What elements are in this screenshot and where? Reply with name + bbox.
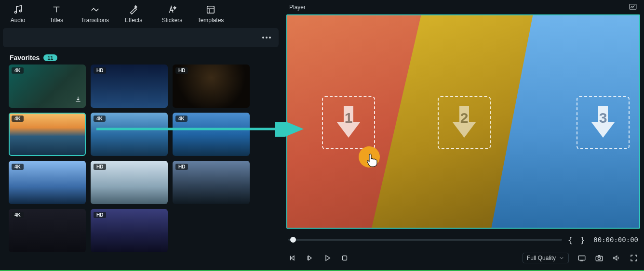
tool-label: Transitions — [81, 17, 109, 24]
music-note-icon — [13, 4, 23, 15]
tool-label: Titles — [50, 17, 63, 24]
playback-quality-select[interactable]: Full Quality — [523, 253, 569, 263]
tool-effects[interactable]: Effects — [119, 4, 148, 24]
tool-stickers[interactable]: Stickers — [157, 4, 187, 24]
drop-zone-number: 2 — [447, 110, 481, 126]
media-thumb[interactable]: HD — [91, 161, 168, 204]
more-options-icon[interactable] — [262, 37, 272, 39]
player-header: Player — [286, 0, 640, 14]
quality-badge: 4K — [175, 116, 188, 122]
templates-icon — [205, 4, 216, 15]
marker-out-brace[interactable]: } — [578, 235, 587, 245]
stats-icon[interactable] — [629, 2, 637, 13]
quality-label: Full Quality — [527, 255, 556, 261]
text-icon — [51, 4, 62, 15]
player-controls: Full Quality — [286, 248, 640, 267]
panel-sub-bar — [3, 28, 279, 47]
media-thumb[interactable]: 4K — [91, 113, 168, 156]
tool-label: Stickers — [162, 17, 183, 24]
media-thumb[interactable]: 4K — [9, 65, 86, 108]
player-title: Player — [289, 4, 306, 11]
player-preview[interactable]: 1 2 3 — [286, 14, 640, 229]
media-thumb[interactable]: 4K — [9, 113, 86, 156]
play-in-button[interactable] — [306, 254, 314, 262]
play-button[interactable] — [323, 254, 332, 262]
media-thumb[interactable]: HD — [91, 65, 168, 108]
tool-transitions[interactable]: Transitions — [80, 4, 110, 24]
tool-label: Effects — [125, 17, 142, 24]
favorites-count-badge: 11 — [43, 54, 57, 61]
svg-rect-3 — [630, 4, 636, 9]
drop-zone-number: 3 — [586, 110, 620, 126]
section-title: Favorites — [10, 54, 40, 62]
tool-audio[interactable]: Audio — [3, 4, 33, 24]
media-thumb[interactable]: 4K — [9, 161, 86, 204]
seek-knob[interactable] — [290, 237, 296, 243]
drop-zone-3[interactable]: 3 — [577, 96, 630, 149]
top-toolbar: Audio Titles Transitions Effects Sticker… — [0, 0, 282, 26]
transitions-icon — [90, 4, 100, 15]
stop-button[interactable] — [340, 254, 349, 262]
timecode-display: 00:00:00:00 — [590, 236, 638, 244]
drop-zone-1[interactable]: 1 — [322, 96, 375, 149]
quality-badge: 4K — [12, 67, 24, 74]
media-thumb[interactable]: HD — [173, 161, 250, 204]
quality-badge: 4K — [94, 116, 106, 122]
quality-badge: HD — [175, 164, 188, 170]
seek-bar-row: { } 00:00:00:00 — [286, 229, 640, 248]
favorites-section-header: Favorites 11 — [0, 47, 282, 64]
media-thumb[interactable]: HD — [91, 209, 168, 252]
media-grid: 4K HD HD 4K 4K 4K 4K HD — [0, 64, 282, 258]
tool-label: Templates — [198, 17, 224, 24]
svg-rect-5 — [578, 256, 585, 260]
drop-zone-2[interactable]: 2 — [438, 96, 491, 149]
svg-rect-4 — [343, 256, 347, 260]
chevron-down-icon — [559, 255, 564, 261]
marker-in-brace[interactable]: { — [566, 235, 575, 245]
quality-badge: HD — [94, 212, 106, 218]
display-mode-button[interactable] — [577, 254, 586, 262]
media-thumb[interactable]: 4K — [9, 209, 86, 252]
svg-rect-2 — [207, 6, 215, 13]
quality-badge: HD — [175, 67, 188, 74]
seek-slider[interactable] — [288, 239, 562, 241]
prev-frame-button[interactable] — [288, 254, 297, 262]
wand-icon — [128, 4, 139, 15]
media-thumb[interactable]: HD — [173, 65, 250, 108]
quality-badge: HD — [94, 67, 106, 74]
pointer-cursor-icon — [365, 153, 379, 169]
snapshot-button[interactable] — [595, 254, 604, 262]
quality-badge: 4K — [12, 212, 24, 218]
sticker-icon — [167, 4, 177, 15]
svg-point-7 — [598, 257, 600, 259]
tool-templates[interactable]: Templates — [196, 4, 226, 24]
quality-badge: HD — [94, 164, 106, 170]
media-thumb[interactable]: 4K — [173, 113, 250, 156]
svg-point-0 — [14, 11, 16, 13]
drop-zone-number: 1 — [332, 110, 365, 126]
volume-button[interactable] — [612, 254, 621, 262]
tool-titles[interactable]: Titles — [41, 4, 71, 24]
tool-label: Audio — [11, 17, 26, 24]
fullscreen-button[interactable] — [630, 254, 638, 262]
quality-badge: 4K — [12, 164, 24, 170]
quality-badge: 4K — [12, 116, 24, 122]
download-icon[interactable] — [74, 95, 82, 105]
svg-point-1 — [19, 10, 21, 12]
